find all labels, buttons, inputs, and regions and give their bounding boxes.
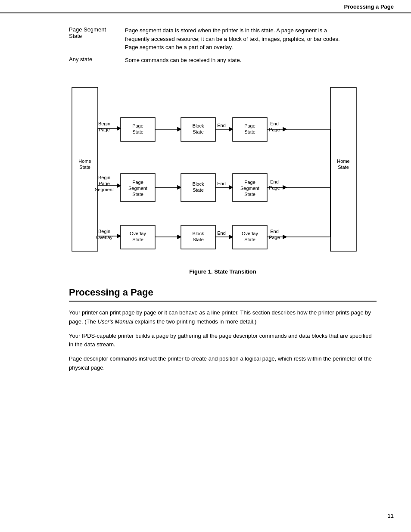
page-segment-state-1: Page bbox=[132, 180, 143, 185]
svg-marker-24 bbox=[117, 184, 121, 187]
page-header: Processing a Page bbox=[0, 0, 411, 13]
svg-text:Overlay: Overlay bbox=[96, 235, 112, 240]
svg-text:State: State bbox=[193, 237, 204, 242]
begin-page-segment-label: Begin bbox=[98, 175, 110, 180]
state-transition-diagram: .diag-text { font-family: Arial, Helveti… bbox=[68, 79, 361, 264]
header-title: Processing a Page bbox=[344, 3, 394, 10]
block-state-1: Block bbox=[193, 123, 204, 128]
page-state-1: Page bbox=[132, 123, 143, 128]
svg-text:Page: Page bbox=[269, 127, 280, 132]
def-page-segment: Page segment data is stored when the pri… bbox=[125, 26, 349, 56]
svg-text:State: State bbox=[244, 237, 255, 242]
svg-text:State: State bbox=[132, 129, 143, 134]
end-page-3: End bbox=[270, 229, 279, 234]
block-state-3: Block bbox=[193, 231, 204, 236]
begin-overlay-label: Begin bbox=[98, 229, 110, 234]
svg-marker-51 bbox=[229, 235, 233, 239]
svg-marker-47 bbox=[177, 235, 181, 239]
svg-marker-39 bbox=[283, 186, 286, 189]
end-label-3: End bbox=[217, 230, 226, 236]
definitions-table: Page Segment State Page segment data is … bbox=[69, 26, 349, 68]
page-segment-state-2: Page bbox=[244, 180, 255, 185]
italic-text: User's Manual bbox=[98, 318, 134, 325]
svg-marker-56 bbox=[283, 235, 286, 239]
svg-text:State: State bbox=[338, 165, 349, 170]
main-content: Page Segment State Page segment data is … bbox=[0, 13, 411, 391]
end-label-1: End bbox=[217, 123, 226, 128]
svg-text:Segment: Segment bbox=[128, 186, 147, 191]
svg-text:State: State bbox=[244, 192, 255, 197]
svg-marker-6 bbox=[117, 127, 121, 130]
svg-marker-43 bbox=[117, 234, 121, 238]
home-state-right-label: Home bbox=[337, 159, 349, 164]
paragraph-1: Your printer can print page by page or i… bbox=[69, 308, 377, 327]
svg-text:State: State bbox=[193, 129, 204, 134]
overlay-state-2: Overlay bbox=[242, 231, 258, 236]
section-title: Processing a Page bbox=[69, 287, 377, 302]
paragraph-3: Page descriptor commands instruct the pr… bbox=[69, 355, 377, 373]
definitions-section: Page Segment State Page segment data is … bbox=[69, 26, 377, 68]
home-state-left-label: Home bbox=[78, 159, 91, 164]
svg-text:Segment: Segment bbox=[240, 186, 259, 191]
diagram-container: .diag-text { font-family: Arial, Helveti… bbox=[52, 79, 377, 264]
end-page-2: End bbox=[270, 179, 279, 184]
page: Processing a Page Page Segment State Pag… bbox=[0, 0, 411, 532]
term-page-segment: Page Segment State bbox=[69, 26, 125, 56]
svg-text:Page: Page bbox=[269, 235, 280, 240]
svg-marker-10 bbox=[177, 128, 181, 131]
svg-text:State: State bbox=[132, 192, 143, 197]
svg-text:Page: Page bbox=[99, 181, 110, 186]
paragraph-2: Your IPDS-capable printer builds a page … bbox=[69, 332, 377, 350]
page-state-1-right: Page bbox=[244, 123, 255, 128]
end-page-1: End bbox=[270, 121, 279, 126]
block-state-2: Block bbox=[193, 181, 204, 187]
page-number: 11 bbox=[388, 513, 394, 519]
svg-text:State: State bbox=[193, 187, 204, 193]
svg-text:State: State bbox=[79, 165, 90, 170]
svg-marker-14 bbox=[229, 128, 233, 131]
svg-marker-19 bbox=[283, 128, 286, 131]
svg-text:Page: Page bbox=[269, 185, 280, 190]
overlay-state-1: Overlay bbox=[130, 231, 146, 236]
figure-caption: Figure 1. State Transition bbox=[69, 268, 377, 275]
definition-row-2: Any state Some commands can be received … bbox=[69, 56, 349, 69]
end-label-2: End bbox=[217, 181, 226, 186]
term-any-state: Any state bbox=[69, 56, 125, 69]
definition-row-1: Page Segment State Page segment data is … bbox=[69, 26, 349, 56]
def-any-state: Some commands can be received in any sta… bbox=[125, 56, 349, 69]
svg-marker-29 bbox=[177, 186, 181, 189]
svg-text:Page: Page bbox=[99, 127, 110, 132]
svg-marker-33 bbox=[229, 186, 233, 189]
svg-text:State: State bbox=[132, 237, 143, 242]
begin-page-label-1: Begin bbox=[98, 121, 110, 126]
svg-text:State: State bbox=[244, 129, 255, 134]
